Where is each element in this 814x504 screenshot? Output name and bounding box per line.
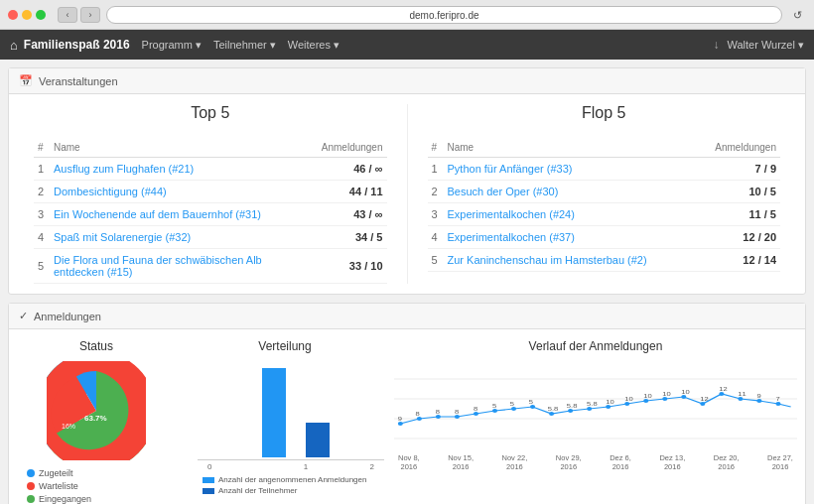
name-cell[interactable]: Experimentalkochen (#37) <box>444 226 697 249</box>
svg-text:10: 10 <box>643 393 652 399</box>
veranstaltungen-card: 📅 Veranstaltungen Top 5 # Name Anmeldung… <box>8 67 806 295</box>
browser-chrome: ‹ › demo.feripro.de ↺ <box>0 0 814 30</box>
nav-menu: Programm ▾ Teilnehmer ▾ Weiteres ▾ <box>142 39 339 52</box>
flop5-title: Flop 5 <box>428 104 781 128</box>
svg-point-11 <box>436 415 441 419</box>
download-icon[interactable]: ↓ <box>713 38 719 52</box>
svg-text:5: 5 <box>529 399 533 405</box>
anmeldungen-content: Status <box>9 329 805 504</box>
svg-text:11: 11 <box>738 391 746 397</box>
anmeldungen-label: Anmeldungen <box>34 311 101 322</box>
bar-group-2 <box>306 423 330 457</box>
table-row: 4 Spaß mit Solarenergie (#32) 34 / 5 <box>34 226 387 249</box>
brand-label: Familienspaß 2016 <box>24 38 130 52</box>
name-cell[interactable]: Zur Kaninchenschau im Hamsterbau (#2) <box>444 249 697 272</box>
value-cell: 11 / 5 <box>696 203 780 226</box>
svg-text:9: 9 <box>756 393 760 399</box>
user-menu[interactable]: Walter Wurzel ▾ <box>727 39 804 52</box>
svg-text:8: 8 <box>416 411 420 417</box>
address-bar[interactable]: demo.feripro.de <box>106 6 782 24</box>
maximize-button[interactable] <box>36 10 46 20</box>
col-hash: # <box>34 138 50 158</box>
legend-color-anmeldungen <box>203 477 214 483</box>
bar-group-1 <box>262 368 286 457</box>
svg-text:63.7%: 63.7% <box>84 414 107 423</box>
svg-text:9: 9 <box>398 416 402 422</box>
topflop-container: Top 5 # Name Anmeldungen 1 Ausflug zum F… <box>9 94 805 294</box>
col-anmeldungen: Anmeldungen <box>696 138 780 158</box>
close-button[interactable] <box>8 10 18 20</box>
svg-text:12: 12 <box>719 386 728 392</box>
nav-item-teilnehmer[interactable]: Teilnehmer ▾ <box>213 39 276 52</box>
svg-text:10: 10 <box>662 391 671 397</box>
chevron-down-icon: ▾ <box>196 39 202 52</box>
line-chart: 9 8 8 8 8 5 5 5 5.8 5.8 5.8 10 10 10 <box>394 359 797 458</box>
name-cell[interactable]: Spaß mit Solarenergie (#32) <box>50 226 318 249</box>
legend-warteliste: Warteliste <box>27 481 78 491</box>
browser-controls: ‹ › demo.feripro.de ↺ <box>8 6 806 24</box>
name-cell[interactable]: Dombesichtigung (#44) <box>50 181 318 203</box>
svg-text:8: 8 <box>474 406 477 412</box>
name-cell[interactable]: Ein Wochenende auf dem Bauernhof (#31) <box>50 203 318 226</box>
table-row: 4 Experimentalkochen (#37) 12 / 20 <box>428 226 781 249</box>
svg-text:8: 8 <box>455 409 459 415</box>
name-cell[interactable]: Ausflug zum Flughafen (#21) <box>50 158 318 181</box>
nav-right: ↓ Walter Wurzel ▾ <box>713 38 804 52</box>
rank-cell: 2 <box>428 181 444 203</box>
nav-item-weiteres[interactable]: Weiteres ▾ <box>288 39 339 52</box>
name-cell[interactable]: Python für Anfänger (#33) <box>444 158 697 181</box>
svg-text:10: 10 <box>606 399 614 405</box>
col-name: Name <box>444 138 697 158</box>
rank-cell: 3 <box>428 203 444 226</box>
address-text: demo.feripro.de <box>409 10 478 21</box>
home-icon: ⌂ <box>10 38 18 53</box>
svg-text:7: 7 <box>775 396 779 402</box>
svg-point-24 <box>681 395 686 399</box>
svg-text:5.8: 5.8 <box>587 401 598 407</box>
svg-point-28 <box>756 399 761 403</box>
bar-legend-item-1: Anzahl der angenommenen Anmeldungen <box>203 475 366 484</box>
svg-text:16%: 16% <box>62 423 75 430</box>
back-button[interactable]: ‹ <box>58 7 77 23</box>
bar-legend: Anzahl der angenommenen Anmeldungen Anza… <box>198 475 384 495</box>
svg-point-25 <box>700 402 705 406</box>
nav-buttons: ‹ › <box>58 7 100 23</box>
anmeldungen-card: ✓ Anmeldungen Status <box>8 303 806 504</box>
veranstaltungen-header: 📅 Veranstaltungen <box>9 68 805 94</box>
value-cell: 43 / ∞ <box>318 203 387 226</box>
name-cell[interactable]: Besuch der Oper (#30) <box>444 181 697 203</box>
rank-cell: 1 <box>34 158 50 181</box>
legend-color-teilnehmer <box>203 488 214 494</box>
col-anmeldungen: Anmeldungen <box>318 138 387 158</box>
svg-text:12: 12 <box>700 396 709 402</box>
svg-point-27 <box>738 397 743 401</box>
bar-teilnehmer <box>306 423 330 457</box>
minimize-button[interactable] <box>22 10 32 20</box>
nav-item-programm[interactable]: Programm ▾ <box>142 39 202 52</box>
anmeldungen-header: ✓ Anmeldungen <box>9 304 805 329</box>
svg-text:5: 5 <box>492 403 496 409</box>
legend-dot-warteliste <box>27 482 35 490</box>
brand[interactable]: ⌂ Familienspaß 2016 <box>10 38 130 53</box>
forward-button[interactable]: › <box>80 7 100 23</box>
rank-cell: 3 <box>34 203 50 226</box>
name-cell[interactable]: Die Flora und Fauna der schwäbischen Alb… <box>50 249 318 284</box>
name-cell[interactable]: Experimentalkochen (#24) <box>444 203 697 226</box>
svg-text:10: 10 <box>681 389 690 395</box>
table-row: 2 Dombesichtigung (#44) 44 / 11 <box>34 181 387 203</box>
table-row: 3 Experimentalkochen (#24) 11 / 5 <box>428 203 781 226</box>
col-hash: # <box>428 138 444 158</box>
rank-cell: 5 <box>34 249 50 284</box>
refresh-button[interactable]: ↺ <box>788 6 806 24</box>
legend-eingegangen: Eingegangen <box>27 494 91 504</box>
svg-text:8: 8 <box>436 409 440 415</box>
bar-chart <box>198 361 384 460</box>
svg-point-19 <box>587 407 592 411</box>
table-row: 2 Besuch der Oper (#30) 10 / 5 <box>428 181 781 203</box>
value-cell: 10 / 5 <box>696 181 780 203</box>
pie-chart: 63.7% 16% <box>47 361 146 460</box>
value-cell: 46 / ∞ <box>318 158 387 181</box>
legend-dot-zugeteilt <box>27 469 35 477</box>
table-row: 1 Python für Anfänger (#33) 7 / 9 <box>428 158 781 181</box>
svg-point-29 <box>775 402 780 406</box>
